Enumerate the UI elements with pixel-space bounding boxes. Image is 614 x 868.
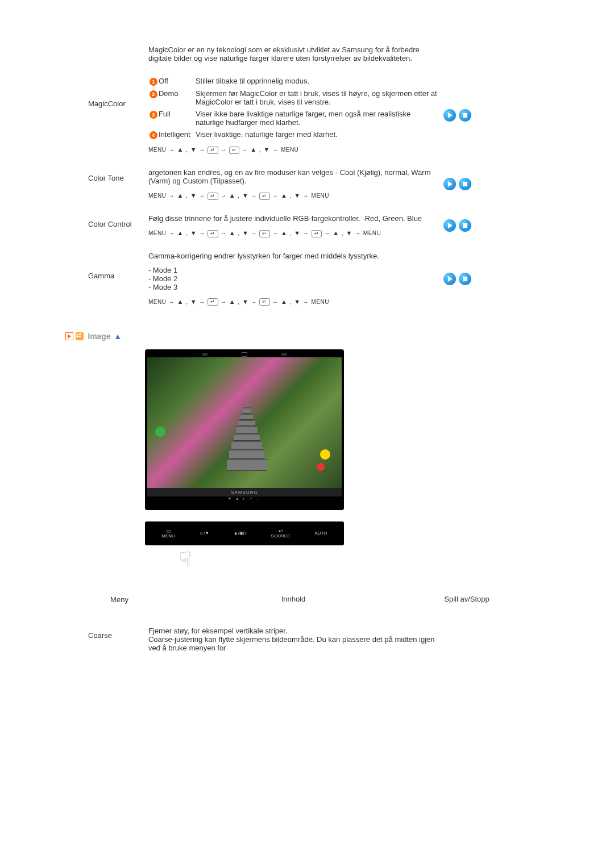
button-bar: ▭ MENU ☼/▼ ▲/◉▷ ↩ SOURCE AUTO ☟ [145,521,344,571]
tv-screen-image [147,357,342,488]
btnbar-auto[interactable]: AUTO [315,531,327,536]
enter-key-icon: ↵ [229,147,240,154]
colorcontrol-nav-path: MENU → ▲ , ▼ → ↵ → ▲ , ▼ → ↵ → ▲ , ▼ → ↵… [148,229,438,237]
section-swap-icon [76,332,84,340]
tv-icons-row: ✷ ▲ ▸ ↗ — [147,496,342,502]
stop-icon[interactable] [459,109,471,122]
play-icon[interactable] [443,273,456,285]
section-play-icon [65,332,73,340]
coarse-desc: Fjerner støy, for eksempel vertikale str… [148,627,443,652]
enter-key-icon: ↵ [259,298,270,306]
coarse-label: Coarse [88,627,148,652]
stop-icon[interactable] [459,219,471,232]
col-header-innhold: Innhold [156,594,436,604]
option-demo-desc: Skjermen før MagicColor er tatt i bruk, … [196,89,438,106]
colortone-desc: argetonen kan endres, og en av fire modu… [148,168,438,185]
hand-pointer-icon: ☟ [179,548,344,571]
enter-key-icon: ↵ [259,193,270,200]
play-icon[interactable] [443,178,456,190]
btnbar-menu[interactable]: ▭ MENU [161,528,175,539]
stop-icon[interactable] [459,178,471,190]
play-icon[interactable] [443,109,456,122]
colorcontrol-label: Color Control [88,214,148,237]
gamma-label: Gamma [88,252,148,306]
colortone-nav-path: MENU → ▲ , ▼ → ↵ → ▲ , ▼ → ↵ → ▲ , ▼ → M… [148,192,438,200]
colorcontrol-desc: Følg disse trinnene for å justere indivi… [148,214,438,223]
option-num-4: 4 [150,131,157,139]
tv-preview: SAMSUNG ✷ ▲ ▸ ↗ — [145,349,344,510]
tv-brand: SAMSUNG [147,488,342,496]
option-num-1: 1 [150,78,157,86]
option-off-desc: Stiller tilbake til opprinnelig modus. [196,77,438,86]
btnbar-vol[interactable]: ▲/◉▷ [234,531,247,536]
gamma-mode-3: - Mode 3 [148,283,438,291]
colortone-label: Color Tone [88,168,148,200]
enter-key-icon: ↵ [208,230,218,237]
document-page: MagicColor er en ny teknologi som er eks… [0,0,614,868]
option-num-2: 2 [150,90,157,98]
option-full-label: Full [159,110,196,127]
magiccolor-nav-path: MENU → ▲ , ▼ → ↵ → ↵ → ▲ , ▼ → MENU [148,146,438,154]
image-section-heading: Image ▲ [65,331,614,341]
enter-key-icon: ↵ [208,147,218,154]
col-header-meny: Meny [88,594,156,604]
option-demo-label: Demo [159,89,196,106]
gamma-nav-path: MENU → ▲ , ▼ → ↵ → ▲ , ▼ → ↵ → ▲ , ▼ → M… [148,298,438,306]
intro-text: MagicColor er en ny teknologi som er eks… [148,45,443,62]
section-title: Image [88,332,110,341]
option-num-3: 3 [150,111,157,119]
magiccolor-label: MagicColor [88,77,148,154]
enter-key-icon: ↵ [259,230,270,237]
enter-key-icon: ↵ [208,193,218,200]
gamma-desc: Gamma-korrigering endrer lysstyrken for … [148,252,438,260]
play-icon[interactable] [443,219,456,232]
enter-key-icon: ↵ [312,230,322,237]
option-full-desc: Viser ikke bare livaktige naturlige farg… [196,110,438,127]
content-table: MagicColor er en ny teknologi som er eks… [88,45,497,306]
option-intelligent-label: Intelligent [159,130,196,139]
collapse-up-icon[interactable]: ▲ [114,332,122,341]
btnbar-source[interactable]: ↩ SOURCE [271,528,291,539]
gamma-mode-2: - Mode 2 [148,274,438,283]
option-off-label: Off [159,77,196,86]
option-intelligent-desc: Viser livaktige, naturlige farger med kl… [196,130,438,139]
enter-key-icon: ↵ [208,298,218,306]
gamma-mode-1: - Mode 1 [148,266,438,274]
stop-icon[interactable] [459,273,471,285]
col-header-spill: Spill av/Stopp [436,594,497,604]
btnbar-bright[interactable]: ☼/▼ [200,531,209,536]
